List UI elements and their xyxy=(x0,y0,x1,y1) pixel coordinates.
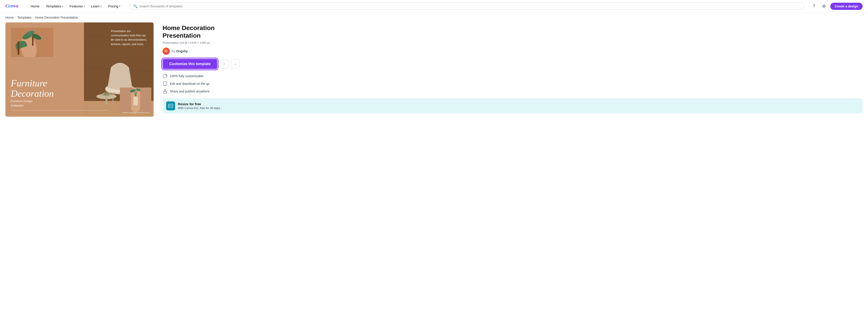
nav-features[interactable]: Features ▾ xyxy=(67,3,87,9)
template-title: Home Decoration Presentation xyxy=(162,24,863,39)
pricing-chevron-icon: ▾ xyxy=(119,5,120,7)
preview-text-block: Presentation are communication tools tha… xyxy=(111,29,149,46)
more-options-button[interactable]: ··· xyxy=(231,60,240,68)
learn-chevron-icon: ▾ xyxy=(101,5,102,7)
star-button[interactable]: ☆ xyxy=(220,60,228,68)
template-info-panel: Home Decoration Presentation Presentatio… xyxy=(162,23,863,113)
resize-promo-subtitle: With Canva Pro, free for 30 days › xyxy=(178,106,859,110)
author-row: O By Ongshy xyxy=(162,47,863,55)
preview-image-arm-plant-top xyxy=(11,28,54,57)
svg-point-24 xyxy=(104,93,106,95)
help-icon[interactable]: ? xyxy=(810,3,818,10)
nav-features-label: Features xyxy=(69,4,83,8)
nav-home[interactable]: Home xyxy=(28,3,42,9)
template-meta: Presentation (16:9) • 1920 × 1080 px xyxy=(162,41,863,44)
preview-divider xyxy=(11,110,108,110)
action-row: Customize this template ☆ ··· xyxy=(162,59,863,69)
breadcrumb-home[interactable]: Home xyxy=(5,16,14,19)
nav-pricing[interactable]: Pricing ▾ xyxy=(105,3,123,9)
feature-download-text: Edit and download on the go xyxy=(170,82,210,85)
nav-home-label: Home xyxy=(31,4,39,8)
templates-chevron-icon: ▾ xyxy=(62,5,63,7)
nav-right-controls: ? ⚙ Create a design xyxy=(810,3,863,10)
breadcrumb-chevron-1: › xyxy=(15,16,16,19)
nav-pricing-label: Pricing xyxy=(108,4,118,8)
svg-point-23 xyxy=(106,93,108,95)
feature-item-customizable: 100% fully customizable xyxy=(162,74,863,78)
arm-plant-decoration xyxy=(11,28,54,57)
features-chevron-icon: ▾ xyxy=(84,5,85,7)
preview-furniture-subtitle: Furniture Design Collection xyxy=(11,99,32,108)
nav-templates-label: Templates xyxy=(46,4,61,8)
nav-learn[interactable]: Learn ▾ xyxy=(89,3,104,9)
customize-template-button[interactable]: Customize this template xyxy=(162,59,217,69)
search-input[interactable] xyxy=(140,4,800,8)
preview-furniture-title: FurnitureDecoration xyxy=(11,78,54,99)
resize-promo-text: Resize for free With Canva Pro, free for… xyxy=(178,102,859,110)
nav-learn-label: Learn xyxy=(91,4,100,8)
svg-rect-42 xyxy=(169,105,171,106)
nav-templates[interactable]: Templates ▾ xyxy=(43,3,66,9)
svg-point-22 xyxy=(102,93,111,96)
resize-promo[interactable]: Resize for free With Canva Pro, free for… xyxy=(162,98,863,113)
star-icon: ☆ xyxy=(222,62,226,66)
feature-share-text: Share and publish anywhere xyxy=(170,90,210,93)
svg-text:nva: nva xyxy=(11,3,19,8)
author-name: By Ongshy xyxy=(172,49,188,53)
feature-item-download: Edit and download on the go xyxy=(162,81,863,86)
mobile-icon xyxy=(162,81,167,86)
svg-text:O: O xyxy=(165,49,167,53)
template-preview: Page 05/10 xyxy=(5,23,154,117)
svg-rect-21 xyxy=(105,97,107,104)
resize-promo-icon xyxy=(166,101,175,110)
settings-icon[interactable]: ⚙ xyxy=(820,3,828,10)
breadcrumb-chevron-2: › xyxy=(33,16,34,19)
resize-link[interactable]: › xyxy=(221,106,222,110)
svg-rect-27 xyxy=(133,97,138,105)
feature-customizable-text: 100% fully customizable xyxy=(170,74,204,78)
navbar: C a nva Home Templates ▾ Features ▾ Lear… xyxy=(0,0,868,12)
main-content: Page 05/10 xyxy=(0,23,868,126)
canva-logo[interactable]: C a nva xyxy=(5,2,23,10)
svg-text:a: a xyxy=(8,3,11,8)
author-avatar: O xyxy=(162,47,170,55)
breadcrumb-current: Home Decoration Presentation xyxy=(35,16,78,19)
breadcrumb: Home › Templates › Home Decoration Prese… xyxy=(0,12,868,23)
preview-image-small-plant xyxy=(120,88,151,112)
create-design-button[interactable]: Create a design xyxy=(830,3,863,10)
share-icon xyxy=(162,89,167,94)
search-icon: 🔍 xyxy=(133,4,137,8)
feature-list: 100% fully customizable Edit and downloa… xyxy=(162,74,863,94)
more-icon: ··· xyxy=(234,62,237,66)
breadcrumb-templates[interactable]: Templates xyxy=(17,16,32,19)
preview-inner: Page 05/10 xyxy=(5,23,154,117)
feature-item-share: Share and publish anywhere xyxy=(162,89,863,94)
search-bar[interactable]: 🔍 xyxy=(129,2,804,10)
customize-icon xyxy=(162,74,167,78)
resize-promo-title: Resize for free xyxy=(178,102,859,106)
